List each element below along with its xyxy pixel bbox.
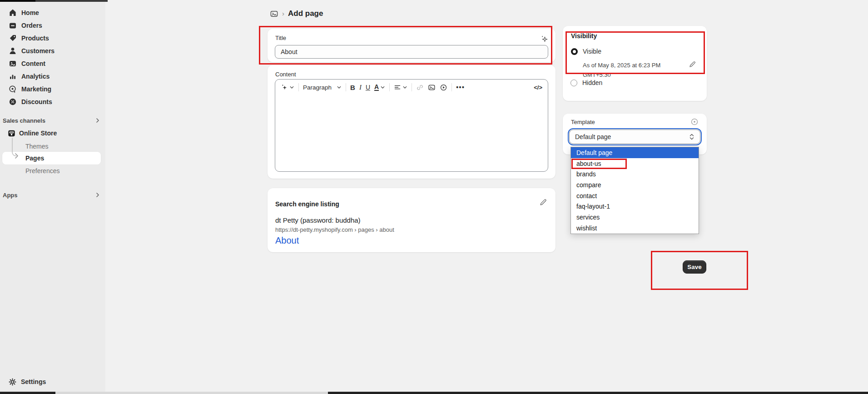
seo-page-title-link[interactable]: About — [275, 235, 299, 246]
bold-button[interactable]: B — [350, 84, 355, 91]
radio-unselected-icon — [570, 80, 577, 86]
title-label: Title — [275, 35, 286, 41]
chevron-right-icon — [94, 117, 101, 124]
main-nav: Home Orders Products Customers Content A… — [0, 6, 105, 108]
sidebar-item-label: Content — [21, 60, 45, 67]
link-button[interactable] — [416, 84, 424, 91]
text-color-button[interactable]: A — [374, 84, 385, 91]
gear-icon — [8, 378, 17, 386]
seo-heading: Search engine listing — [275, 200, 339, 208]
sidebar-item-content[interactable]: Content — [0, 57, 105, 70]
pages-picture-icon[interactable] — [270, 10, 278, 18]
horizontal-scrollbar[interactable] — [0, 392, 868, 394]
breadcrumb-chevron: › — [282, 10, 284, 17]
paragraph-style-dropdown[interactable]: Paragraph — [303, 84, 342, 91]
sidebar-item-orders[interactable]: Orders — [0, 19, 105, 32]
alignment-button[interactable] — [394, 84, 407, 91]
toolbar-divider — [298, 83, 299, 91]
dropdown-option-faq-layout-1[interactable]: faq-layout-1 — [571, 201, 699, 212]
editor-toolbar: Paragraph B I U A — [275, 80, 548, 95]
code-view-button[interactable]: </> — [534, 84, 542, 91]
sidebar-item-discounts[interactable]: Discounts — [0, 95, 105, 108]
toolbar-divider — [451, 83, 452, 91]
insert-image-button[interactable] — [428, 84, 436, 91]
sidebar-item-label: Marketing — [21, 85, 51, 93]
seo-card: Search engine listing dt Petty (password… — [268, 188, 556, 252]
sidebar-item-label: Analytics — [21, 73, 50, 80]
ai-sparkle-icon[interactable] — [539, 34, 549, 44]
eye-icon[interactable] — [690, 118, 699, 126]
chevron-down-icon — [289, 85, 294, 90]
seo-site-name: dt Petty (password: buddha) — [275, 216, 361, 224]
template-select[interactable]: Default page — [569, 130, 700, 144]
underline-button[interactable]: U — [366, 84, 370, 91]
sales-channels-header[interactable]: Sales channels — [3, 115, 101, 125]
picture-icon — [8, 59, 17, 68]
orders-icon — [8, 21, 17, 30]
title-input[interactable] — [275, 45, 548, 59]
dropdown-option-about-us[interactable]: about-us — [571, 158, 699, 169]
sidebar-item-customers[interactable]: Customers — [0, 45, 105, 57]
editor-body[interactable] — [275, 95, 548, 171]
sidebar-item-settings[interactable]: Settings — [0, 375, 105, 388]
title-card: Title — [268, 29, 556, 62]
italic-button[interactable]: I — [359, 84, 362, 91]
ai-sparkle-button[interactable] — [281, 84, 294, 91]
tag-icon — [8, 34, 17, 43]
dropdown-option-default-page[interactable]: Default page — [571, 147, 699, 158]
toolbar-divider — [346, 83, 346, 91]
template-heading: Template — [571, 119, 595, 125]
sidebar-item-label: Discounts — [21, 98, 52, 105]
dropdown-option-brands[interactable]: brands — [571, 169, 699, 180]
sidebar-item-products[interactable]: Products — [0, 32, 105, 45]
edit-pencil-icon[interactable] — [539, 198, 548, 207]
apps-header[interactable]: Apps — [3, 190, 101, 200]
dropdown-option-compare[interactable]: compare — [571, 180, 699, 190]
select-updown-icon — [689, 133, 694, 140]
target-icon — [8, 85, 17, 94]
chevron-down-icon — [380, 85, 385, 90]
save-button[interactable]: Save — [683, 260, 706, 274]
content-label: Content — [275, 71, 296, 78]
dropdown-option-wishlist[interactable]: wishlist — [571, 223, 699, 234]
chevron-down-icon — [337, 85, 342, 90]
chevron-right-icon — [94, 192, 101, 198]
breadcrumb: › Add page — [270, 9, 323, 18]
bar-chart-icon — [8, 72, 17, 81]
window-top-strip — [0, 0, 108, 2]
visibility-heading: Visibility — [571, 32, 597, 40]
sidebar-item-label: Home — [21, 9, 39, 16]
sidebar: Home Orders Products Customers Content A… — [0, 0, 105, 394]
template-dropdown: Default page about-us brands compare con… — [570, 147, 699, 234]
toolbar-divider — [389, 83, 390, 91]
sidebar-item-analytics[interactable]: Analytics — [0, 70, 105, 83]
edit-pencil-icon[interactable] — [689, 60, 697, 69]
sidebar-item-label: Orders — [21, 22, 42, 29]
content-card: Content Paragraph B I U A — [268, 65, 556, 179]
visibility-card: Visibility Visible As of May 8, 2025 at … — [563, 26, 707, 101]
page-title: Add page — [288, 9, 323, 18]
visible-radio[interactable]: Visible — [571, 48, 601, 55]
chevron-down-icon — [402, 85, 407, 90]
hidden-radio[interactable]: Hidden — [570, 79, 602, 86]
sidebar-item-preferences[interactable]: Preferences — [0, 165, 105, 177]
sidebar-item-home[interactable]: Home — [0, 6, 105, 19]
seo-url: https://dt-petty.myshopify.com › pages ›… — [275, 226, 394, 233]
dropdown-option-contact[interactable]: contact — [571, 190, 699, 201]
shopify-admin-add-page: Home Orders Products Customers Content A… — [0, 0, 868, 394]
person-icon — [8, 46, 17, 55]
more-options-button[interactable]: ••• — [456, 84, 465, 91]
scrollbar-thumb[interactable] — [55, 392, 328, 394]
storefront-icon — [7, 129, 16, 138]
tree-connector — [10, 138, 21, 164]
dropdown-option-services[interactable]: services — [571, 212, 699, 223]
radio-selected-icon — [571, 48, 578, 55]
sidebar-item-label: Customers — [21, 47, 55, 55]
insert-video-button[interactable] — [440, 84, 447, 91]
sidebar-item-label: Products — [21, 35, 49, 42]
toolbar-divider — [412, 83, 412, 91]
home-icon — [8, 8, 17, 17]
visibility-schedule-text: As of May 8, 2025 at 6:23 PM GMT+5:30 — [583, 60, 669, 80]
sidebar-item-marketing[interactable]: Marketing — [0, 83, 105, 95]
rich-text-editor[interactable]: Paragraph B I U A — [275, 79, 548, 172]
